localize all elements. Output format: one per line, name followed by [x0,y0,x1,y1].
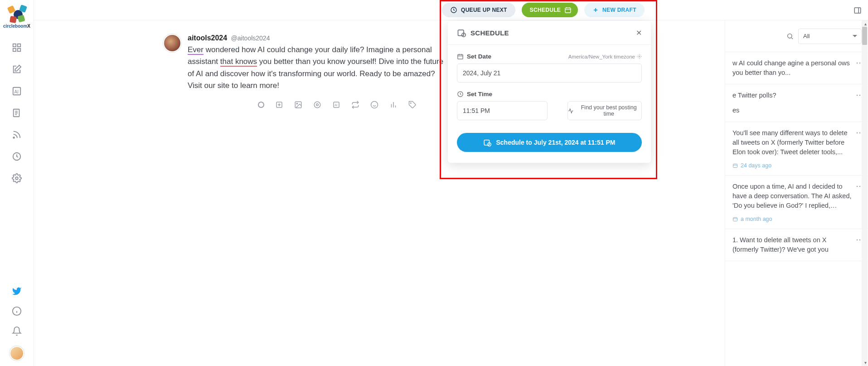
history-icon[interactable] [12,151,22,161]
brand-logo[interactable]: circleboomX [3,4,31,32]
settings-icon[interactable] [12,173,22,183]
user-avatar[interactable] [10,346,24,361]
svg-point-15 [314,102,320,108]
set-time-label: Set Time [457,91,492,98]
left-sidebar: circleboomX AI [0,0,34,366]
svg-point-19 [371,102,378,108]
poll-icon[interactable] [389,101,398,109]
timezone-label[interactable]: America/New_York timezone [568,54,642,59]
date-icon [457,53,464,60]
compose-area: aitools2024 @aitools2024 Ever wondered h… [34,20,446,109]
svg-point-26 [639,56,640,57]
svg-point-7 [13,137,15,138]
schedule-panel: SCHEDULE ✕ Set Date America/New_York tim… [448,21,651,163]
image-icon[interactable] [294,101,302,109]
draft-item[interactable]: e Twitter polls?es⋯ [725,84,868,122]
tag-icon[interactable] [408,101,417,109]
draft-item[interactable]: You'll see many different ways to delete… [725,122,868,176]
draft-text: Once upon a time, AI and I decided to ha… [732,182,861,210]
gif-icon[interactable] [313,101,321,109]
svg-text:AI: AI [335,103,338,107]
draft-text: 1. Want to delete all tweets on X (forme… [732,235,861,254]
schedule-button[interactable]: SCHEDULE [522,3,578,17]
dashboard-icon[interactable] [12,43,22,53]
bell-icon[interactable] [12,326,22,336]
draft-item[interactable]: 1. Want to delete all tweets on X (forme… [725,229,868,261]
draft-text: You'll see many different ways to delete… [732,128,861,157]
svg-point-16 [316,104,319,106]
date-input[interactable] [457,63,642,83]
svg-text:AI: AI [15,89,19,94]
new-draft-button[interactable]: NEW DRAFT [584,3,645,17]
draft-text: e Twitter polls? [732,91,861,100]
set-date-label: Set Date [457,53,491,60]
ai-icon[interactable]: AI [12,86,22,96]
drafts-column: All w AI could change agine a personal o… [725,20,868,366]
svg-rect-22 [565,8,571,13]
draft-item[interactable]: w AI could change agine a personal ows y… [725,52,868,84]
queue-up-next-button[interactable]: QUEUE UP NEXT [442,3,515,17]
ai-assist-icon[interactable]: AI [332,101,340,109]
svg-point-20 [411,103,412,104]
compose-toolbar: AI [258,101,446,109]
time-input[interactable] [457,101,548,120]
search-icon[interactable] [786,33,794,40]
svg-point-30 [788,34,792,38]
retweet-icon[interactable] [351,101,359,109]
svg-point-14 [296,103,297,104]
panel-title: SCHEDULE [457,28,509,37]
compose-text[interactable]: Ever wondered how AI could change your d… [188,44,446,92]
rss-icon[interactable] [12,130,22,140]
draft-item[interactable]: Once upon a time, AI and I decided to ha… [725,176,868,229]
posts-icon[interactable] [12,108,22,118]
filter-select[interactable]: All [798,29,862,44]
close-icon[interactable]: ✕ [636,29,642,37]
gear-small-icon [637,54,642,59]
draft-text: w AI could change agine a personal ows y… [732,59,861,78]
schedule-submit-button[interactable]: Schedule to July 21st, 2024 at 11:51 PM [457,133,642,152]
svg-rect-25 [458,54,463,59]
calendar-icon [457,28,466,37]
svg-point-9 [15,177,18,180]
svg-rect-3 [18,49,20,51]
scrollbar[interactable]: ▴ ▾ [862,20,868,366]
collapse-panel-icon[interactable] [853,6,862,15]
draft-date: a month ago [732,216,861,222]
svg-rect-0 [13,44,16,47]
activity-icon [568,108,573,114]
char-count-icon [258,102,264,108]
svg-rect-1 [18,44,20,47]
clock-icon [457,91,464,98]
author-avatar[interactable] [163,34,181,52]
calendar-check-icon [483,138,491,146]
add-thread-icon[interactable] [275,101,283,109]
svg-rect-31 [733,164,737,168]
author-line: aitools2024 @aitools2024 [188,34,446,42]
info-icon[interactable] [12,306,22,316]
best-posting-time-button[interactable]: Find your best posting time [567,101,642,120]
svg-rect-32 [733,218,737,221]
svg-rect-2 [13,49,16,51]
compose-icon[interactable] [12,64,22,74]
emoji-icon[interactable] [370,101,378,109]
twitter-icon[interactable] [12,286,22,296]
draft-date: 24 days ago [732,162,861,169]
svg-rect-11 [854,8,861,13]
